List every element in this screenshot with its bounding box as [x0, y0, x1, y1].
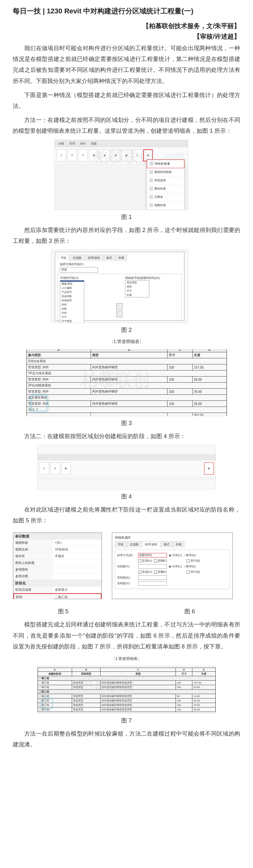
field-item[interactable]: 内底标高: [60, 299, 84, 303]
field-item[interactable]: 尺寸: [125, 289, 149, 293]
field-item[interactable]: 传递系数: [60, 294, 84, 299]
property-value[interactable]: [53, 560, 101, 566]
asc-radio[interactable]: ◉ 升序(C): [169, 564, 182, 569]
tab-sort[interactable]: 排序/成组: [85, 255, 103, 261]
field-item[interactable]: 系统类型: [125, 280, 149, 285]
property-value[interactable]: [53, 566, 101, 573]
col-letter: C: [167, 349, 192, 352]
field-item[interactable]: 外径: [60, 311, 84, 315]
ribbon-tab[interactable]: ···: [39, 455, 46, 460]
ribbon-button[interactable]: ⊞: [67, 149, 77, 161]
ribbon-button[interactable]: ▣: [122, 149, 131, 161]
property-value[interactable]: 全部显示: [53, 587, 101, 593]
field-item[interactable]: 产品型号: [60, 290, 84, 294]
header-check[interactable]: 页眉(H): [138, 559, 152, 563]
dropdown-item[interactable]: 图纸列表: [147, 185, 184, 193]
tab-fields[interactable]: 字段: [115, 541, 126, 548]
blank-check[interactable]: 空行(B): [187, 570, 200, 574]
selected-fields-list[interactable]: 系统类型类型尺寸长度: [125, 280, 149, 298]
arrow-buttons: → ←: [116, 276, 123, 323]
ribbon-button[interactable]: ☷: [78, 149, 88, 161]
property-label: 参照图纸: [13, 566, 53, 573]
remove-button[interactable]: ←: [116, 311, 123, 317]
paragraph-7: 模型搭建完成之后同样通过创建明细表来统计工程量，不过与方法一中的明细表有所不同，…: [13, 619, 240, 652]
field-item[interactable]: 规格/类型: [60, 282, 84, 286]
dropdown-item[interactable]: 视图列表: [147, 202, 184, 210]
ribbon-button[interactable]: ⊡: [132, 149, 142, 161]
table-row: 二期工程管道类型内外壁热镀锌钢管管道类型5014.00: [38, 694, 215, 698]
property-row: 参照详图: [13, 573, 101, 580]
tab-appearance[interactable]: 外观: [173, 541, 184, 548]
figure-2-caption: 图 2: [13, 326, 240, 334]
property-value[interactable]: [53, 573, 101, 580]
table-row: 二期工程管道类型内外壁热镀锌钢管管道类型10039.00: [38, 698, 215, 703]
dropdown-item[interactable]: 注释块: [147, 193, 184, 202]
blank-check[interactable]: 空行(B): [187, 559, 200, 563]
field-item[interactable]: LCC编码: [60, 286, 84, 290]
field-item[interactable]: 内径: [60, 303, 84, 307]
ribbon-button[interactable]: ◫: [57, 149, 66, 161]
tab-filter[interactable]: 过滤器: [127, 541, 141, 548]
add-button[interactable]: →: [116, 303, 123, 310]
tab-filter[interactable]: 过滤器: [70, 255, 84, 261]
dropdown-item[interactable]: 材质提取: [147, 177, 184, 185]
dropdown-label: 材质提取: [154, 178, 166, 183]
field-item[interactable]: 尺寸: [60, 315, 84, 319]
category-select[interactable]: 管道: [60, 267, 98, 273]
fig7-schedule-table: ABCDE创建的阶段系统类型类型尺寸长度一期工程一期工程管道类型内外壁热镀锌钢管…: [38, 668, 216, 712]
property-value[interactable]: 不相关: [53, 553, 101, 559]
table-group: 总计: 7: [27, 407, 226, 413]
paragraph-8: 方法一在后期整合模型的时候比较麻烦，方法二在建模过程中可能会将不同区域的构建混淆…: [13, 728, 240, 750]
dropdown-label: 图形柱明细表: [154, 170, 172, 174]
ribbon-button[interactable]: ▦: [61, 462, 71, 474]
figure-2: 字段 过滤器 排序/成组 格式 外观 选择可用的字段(F): 管道 可用的字段(…: [51, 250, 188, 323]
schedule-dropdown: 明细表/数量 图形柱明细表 材质提取 图纸列表 注释块 视图列表: [147, 159, 185, 210]
ribbon-tab[interactable]: 管理: [67, 141, 77, 147]
property-value[interactable]: 二期工程: [53, 594, 101, 599]
watermark-logo: [30, 394, 49, 413]
ribbon-button[interactable]: ⊞: [51, 462, 60, 474]
field-item[interactable]: 长度: [125, 293, 149, 297]
property-value[interactable]: <无>: [53, 539, 101, 546]
footer-check[interactable]: 页脚(F): [154, 559, 167, 563]
phase-button[interactable]: ▣: [204, 462, 214, 474]
tab-appearance[interactable]: 外观: [116, 255, 127, 261]
tab-format[interactable]: 格式: [161, 541, 172, 548]
sort-row: 否则按(Y):: [117, 581, 227, 586]
table-section: 一期工程: [38, 676, 215, 680]
property-value[interactable]: 1F给排水: [53, 546, 101, 553]
tab-sort[interactable]: 排序/成组: [142, 541, 160, 548]
header-check[interactable]: 页眉(H): [138, 570, 152, 574]
ribbon-button[interactable]: ▦: [89, 149, 99, 161]
field-item[interactable]: 类型: [125, 285, 149, 289]
list-icon: [149, 187, 153, 190]
ribbon-button[interactable]: ◧: [100, 149, 109, 161]
table-cell: 100: [176, 685, 192, 689]
table-cell: 100: [176, 703, 192, 707]
ribbon-tab[interactable]: 视图: [89, 141, 99, 147]
sort-field-select[interactable]: [138, 581, 167, 586]
table-cell: 100: [167, 365, 192, 371]
ribbon-button[interactable]: ◫: [39, 462, 49, 474]
sort-field-select[interactable]: 创建的阶段: [138, 553, 167, 558]
table-row: 管道类型: 内外内外壁热镀锌钢管10039.00: [27, 377, 226, 383]
desc-radio[interactable]: ○ 降序(D): [184, 553, 196, 558]
tab-format[interactable]: 格式: [103, 255, 115, 261]
asc-radio[interactable]: ◉ 升序(C): [169, 553, 182, 558]
desc-radio[interactable]: ○ 降序(D): [184, 564, 196, 569]
ribbon-button[interactable]: ◨: [111, 149, 120, 161]
ribbon-tab[interactable]: 协作: [78, 141, 88, 147]
table-cell: 管道类型: [72, 685, 100, 689]
available-fields-list[interactable]: 规格/类型LCC编码产品型号传递系数内底标高内径合格外径尺寸尺寸类型总体大小总长…: [60, 280, 84, 323]
field-item[interactable]: 合格: [60, 307, 84, 311]
sort-field-select[interactable]: [138, 576, 167, 580]
footer-check[interactable]: 页脚(F): [154, 570, 167, 574]
dropdown-item-schedule-qty[interactable]: 明细表/数量: [147, 160, 184, 168]
table-cell: 50: [176, 694, 192, 698]
dropdown-item[interactable]: 图形柱明细表: [147, 168, 184, 177]
tab-fields[interactable]: 字段: [58, 255, 69, 261]
ribbon-tab[interactable]: 体量: [57, 141, 66, 147]
table-row: 352.00: [27, 413, 226, 416]
sort-field-select[interactable]: [138, 564, 167, 569]
field-item[interactable]: 尺寸类型: [60, 319, 84, 323]
